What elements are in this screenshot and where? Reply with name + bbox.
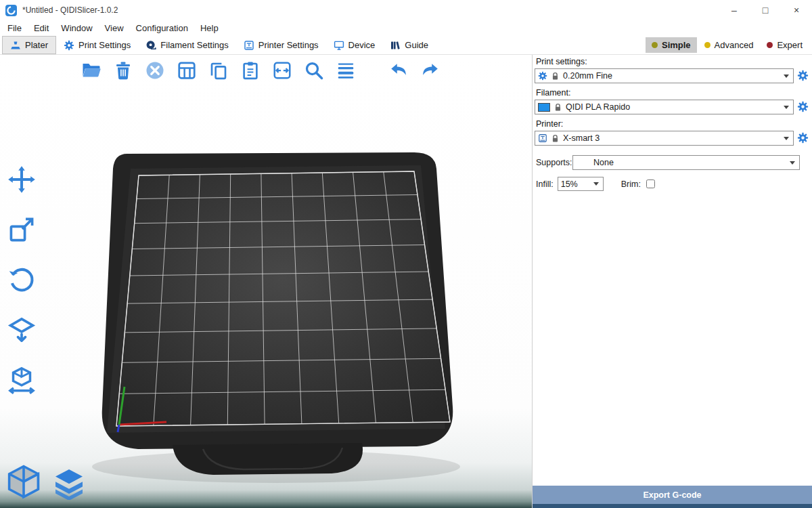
brim-checkbox[interactable] bbox=[646, 179, 655, 188]
menu-edit[interactable]: Edit bbox=[28, 22, 55, 35]
infill-select[interactable]: 15% bbox=[558, 177, 604, 191]
lock-icon bbox=[551, 72, 560, 81]
tab-filament-settings-label: Filament Settings bbox=[160, 40, 228, 50]
edit-filament-button[interactable] bbox=[797, 101, 809, 113]
tab-printer-settings[interactable]: Printer Settings bbox=[236, 36, 326, 54]
chevron-down-icon bbox=[784, 137, 789, 140]
z-axis-indicator bbox=[118, 425, 119, 432]
copy-icon bbox=[208, 60, 229, 81]
gizmo-toolbar bbox=[5, 163, 38, 396]
measure-button[interactable] bbox=[5, 364, 38, 396]
print-settings-value: 0.20mm Fine bbox=[563, 71, 612, 81]
copy-button[interactable] bbox=[206, 58, 231, 83]
paste-button[interactable] bbox=[238, 58, 263, 83]
gear-icon bbox=[64, 40, 74, 51]
advanced-mode-dot-icon bbox=[704, 42, 710, 48]
filament-value: QIDI PLA Rapido bbox=[566, 102, 630, 112]
print-settings-label: Print settings: bbox=[536, 57, 812, 66]
tab-guide[interactable]: Guide bbox=[382, 36, 436, 54]
scale-icon bbox=[7, 215, 37, 245]
delete-all-icon bbox=[145, 60, 165, 81]
tab-bar: Plater Print Settings Filament Settings … bbox=[0, 36, 812, 55]
tab-device[interactable]: Device bbox=[326, 36, 383, 54]
app-logo-icon bbox=[5, 5, 17, 16]
supports-select[interactable]: None bbox=[572, 155, 800, 170]
chevron-down-icon bbox=[784, 75, 789, 78]
menu-window[interactable]: Window bbox=[55, 22, 98, 35]
simple-mode-dot-icon bbox=[652, 42, 658, 48]
printer-icon bbox=[244, 40, 254, 51]
rotate-icon bbox=[7, 265, 37, 295]
variable-layer-height-icon bbox=[336, 60, 356, 81]
redo-icon bbox=[420, 60, 441, 81]
filament-spool-icon bbox=[145, 40, 156, 51]
preview-layers-button[interactable] bbox=[53, 467, 85, 500]
filament-color-swatch bbox=[538, 103, 550, 112]
gear-icon bbox=[797, 101, 809, 112]
rotate-button[interactable] bbox=[5, 263, 38, 296]
mode-advanced-label: Advanced bbox=[715, 40, 754, 50]
chevron-down-icon bbox=[784, 106, 789, 109]
place-on-face-button[interactable] bbox=[5, 314, 38, 346]
printer-value: X-smart 3 bbox=[563, 133, 600, 143]
menu-configuration[interactable]: Configuration bbox=[130, 22, 194, 35]
variable-layer-height-button[interactable] bbox=[333, 58, 359, 83]
edit-printer-button[interactable] bbox=[797, 132, 809, 144]
edit-print-settings-button[interactable] bbox=[797, 70, 809, 82]
menu-bar: File Edit Window View Configuration Help bbox=[0, 20, 812, 36]
infill-value: 15% bbox=[561, 179, 578, 189]
plater-icon bbox=[10, 40, 21, 51]
printer-select[interactable]: X-smart 3 bbox=[535, 131, 794, 146]
undo-icon bbox=[388, 60, 409, 81]
minimize-button[interactable]: – bbox=[719, 0, 750, 20]
tab-plater[interactable]: Plater bbox=[2, 36, 56, 54]
trash-icon bbox=[113, 60, 133, 81]
search-icon bbox=[304, 60, 324, 81]
tab-plater-label: Plater bbox=[25, 40, 48, 50]
print-settings-select[interactable]: 0.20mm Fine bbox=[535, 68, 794, 83]
supports-value: None bbox=[576, 158, 614, 167]
delete-button[interactable] bbox=[110, 58, 136, 83]
export-gcode-button[interactable]: Export G-code bbox=[533, 486, 812, 504]
menu-file[interactable]: File bbox=[1, 22, 28, 35]
scale-button[interactable] bbox=[5, 213, 38, 246]
undo-button[interactable] bbox=[386, 58, 411, 83]
paste-icon bbox=[240, 60, 261, 81]
supports-label: Supports: bbox=[536, 158, 572, 167]
tab-print-settings[interactable]: Print Settings bbox=[56, 36, 138, 54]
tab-filament-settings[interactable]: Filament Settings bbox=[138, 36, 235, 54]
title-bar: *Untitled - QIDISlicer-1.0.2 – □ × bbox=[0, 0, 812, 20]
menu-view[interactable]: View bbox=[99, 22, 130, 35]
split-icon bbox=[272, 60, 292, 81]
export-button-strip bbox=[533, 504, 812, 508]
expert-mode-dot-icon bbox=[767, 42, 773, 48]
tab-guide-label: Guide bbox=[405, 40, 428, 50]
chevron-down-icon bbox=[790, 161, 795, 165]
mode-expert[interactable]: Expert bbox=[761, 37, 809, 53]
close-button[interactable]: × bbox=[781, 0, 812, 20]
maximize-button[interactable]: □ bbox=[750, 0, 781, 20]
brim-label: Brim: bbox=[621, 179, 641, 189]
3d-viewport[interactable] bbox=[0, 55, 532, 508]
printer-label: Printer: bbox=[536, 119, 812, 129]
mode-advanced[interactable]: Advanced bbox=[698, 37, 760, 53]
split-button[interactable] bbox=[269, 58, 295, 83]
3d-editor-view-button[interactable] bbox=[5, 463, 42, 500]
chevron-down-icon bbox=[593, 182, 599, 186]
lock-icon bbox=[554, 103, 562, 112]
search-button[interactable] bbox=[301, 58, 327, 83]
move-button[interactable] bbox=[5, 163, 38, 196]
filament-select[interactable]: QIDI PLA Rapido bbox=[535, 100, 794, 114]
redo-button[interactable] bbox=[418, 58, 443, 83]
tab-device-label: Device bbox=[348, 40, 376, 50]
open-folder-button[interactable] bbox=[78, 58, 104, 83]
mode-simple[interactable]: Simple bbox=[646, 37, 697, 53]
tab-print-settings-label: Print Settings bbox=[78, 40, 131, 50]
viewport-toolbar bbox=[78, 58, 443, 83]
mode-simple-label: Simple bbox=[662, 40, 691, 50]
arrange-button[interactable] bbox=[174, 58, 200, 83]
gear-icon bbox=[797, 132, 809, 144]
delete-all-button[interactable] bbox=[142, 58, 168, 83]
printer-bed-scene[interactable] bbox=[0, 55, 532, 508]
menu-help[interactable]: Help bbox=[194, 22, 225, 35]
